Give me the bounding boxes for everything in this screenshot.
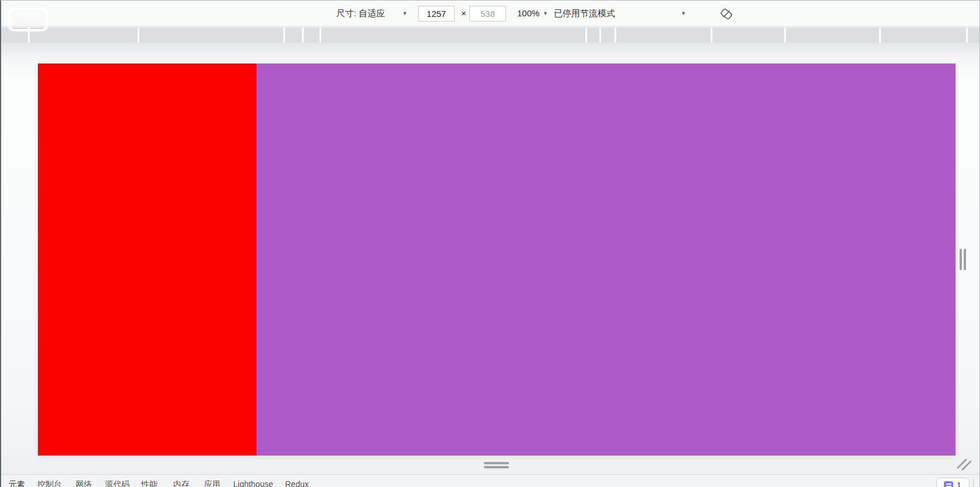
dimensions-mode-dropdown[interactable]: 尺寸: 自适应 (336, 1, 385, 26)
issues-icon (944, 481, 953, 487)
handle-bar (960, 249, 962, 270)
ruler-tick (28, 27, 30, 43)
handle-bar (484, 466, 509, 468)
handle-bar (964, 249, 966, 270)
chevron-down-icon[interactable]: ▼ (543, 1, 548, 26)
tab-performance[interactable]: 性能 (141, 479, 157, 487)
page-red-block (38, 63, 257, 456)
viewport-width-input[interactable] (418, 6, 455, 22)
tab-application[interactable]: 应用 (204, 479, 220, 487)
ruler-tick (283, 27, 285, 43)
tab-bar-divider (973, 477, 974, 487)
issues-button[interactable]: 1 (936, 478, 970, 487)
tab-lighthouse[interactable]: Lighthouse (233, 479, 273, 487)
ruler-tick (879, 27, 881, 43)
viewport-resize-handle-bottom[interactable] (484, 462, 509, 469)
chevron-down-icon[interactable]: ▼ (402, 1, 408, 26)
ruler-tick (966, 27, 968, 43)
handle-bar (484, 462, 509, 464)
tab-console[interactable]: 控制台 (37, 479, 62, 487)
ruler-tick (319, 27, 321, 43)
viewport-resize-handle-right[interactable] (959, 249, 967, 270)
ruler-tick (784, 27, 786, 43)
tab-redux[interactable]: Redux (285, 479, 308, 487)
tab-sources[interactable]: 源代码 (105, 479, 129, 487)
ruler-tick (599, 27, 601, 43)
rotate-device-icon[interactable] (718, 6, 735, 22)
device-toolbar: 尺寸: 自适应 ▼ × 100% ▼ 已停用节流模式 ▼ (1, 1, 979, 27)
page-purple-block (257, 63, 956, 456)
viewport-height-input[interactable] (469, 6, 506, 22)
emulated-viewport (38, 63, 956, 456)
tab-network[interactable]: 网络 (76, 479, 92, 487)
ruler-tick (138, 27, 139, 43)
devtools-window: 尺寸: 自适应 ▼ × 100% ▼ 已停用节流模式 ▼ (0, 0, 980, 487)
ruler-tick (585, 27, 587, 43)
ruler-tick (711, 27, 712, 43)
devtools-tab-bar: 元素 控制台 网络 源代码 性能 内存 应用 Lighthouse Redux … (1, 474, 979, 487)
viewport-resize-handle-corner[interactable] (956, 457, 972, 471)
ruler-tick (614, 27, 616, 43)
device-mode-canvas (1, 43, 979, 474)
tab-memory[interactable]: 内存 (173, 479, 189, 487)
zoom-dropdown[interactable]: 100% (517, 1, 539, 26)
dimensions-separator: × (461, 1, 466, 26)
ruler-strip (1, 27, 979, 43)
ruler-tick (302, 27, 304, 43)
chevron-down-icon[interactable]: ▼ (681, 1, 686, 26)
throttling-dropdown[interactable]: 已停用节流模式 (554, 1, 615, 26)
issues-count: 1 (957, 481, 961, 487)
tab-elements[interactable]: 元素 (9, 479, 25, 487)
